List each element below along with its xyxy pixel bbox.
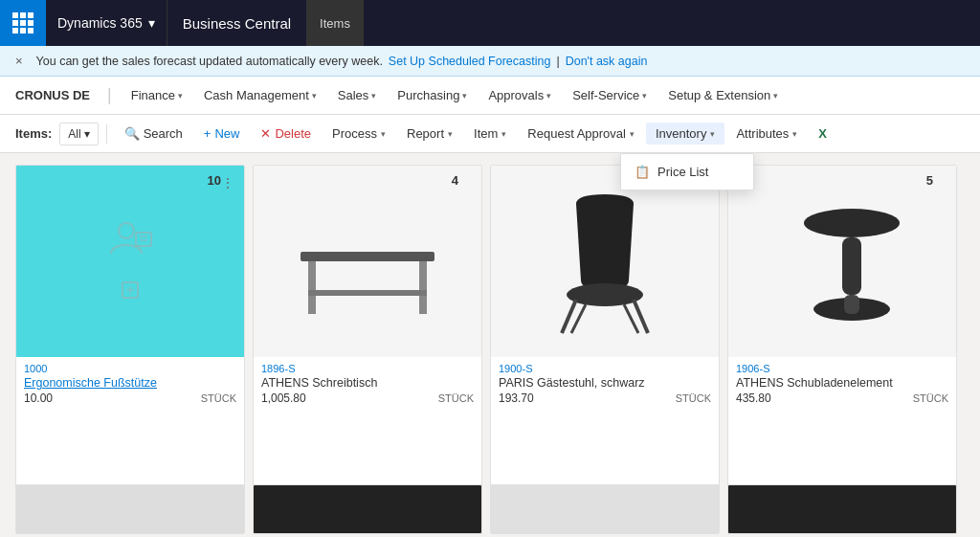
item-unit: STÜCK (676, 392, 711, 404)
item-price: 193.70 (499, 392, 534, 405)
item-price: 1,005.80 (261, 392, 306, 405)
svg-rect-1 (136, 233, 151, 246)
chevron-down-icon: ▾ (462, 91, 467, 101)
menu-self-service[interactable]: Self-Service ▾ (563, 82, 657, 108)
chevron-down-icon: ▾ (630, 129, 635, 139)
inventory-dropdown: 📋 Price List (620, 153, 754, 190)
chevron-down-icon: ▾ (312, 91, 317, 101)
item-code: 1000 (24, 363, 236, 374)
svg-point-14 (804, 209, 900, 237)
item-image (491, 166, 719, 357)
list-item[interactable] (727, 484, 957, 534)
filter-label: All (68, 127, 80, 141)
list-item[interactable] (15, 484, 245, 534)
item-unit: STÜCK (913, 392, 948, 404)
svg-rect-8 (308, 290, 427, 296)
item-name: PARIS Gästestuhl, schwarz (499, 376, 711, 390)
notif-close[interactable]: × (15, 54, 23, 68)
chevron-down-icon: ▾ (546, 91, 551, 101)
chevron-down-icon: ▾ (773, 91, 778, 101)
item-qty: 5 (926, 173, 933, 188)
more-options-icon[interactable]: ⋮ (217, 173, 238, 192)
dynamics-label: Dynamics 365 (57, 15, 143, 31)
menu-sales[interactable]: Sales ▾ (328, 82, 387, 108)
menu-cash-management[interactable]: Cash Management ▾ (194, 82, 326, 108)
pricelist-icon: 📋 (635, 165, 650, 179)
item-code: 1906-S (736, 363, 948, 374)
dynamics-link[interactable]: Dynamics 365 ▾ (46, 0, 167, 46)
items-grid: 1000 Ergonomische Fußstütze 10.00 STÜCK … (0, 153, 980, 534)
svg-rect-17 (844, 295, 859, 314)
menu-approvals[interactable]: Approvals ▾ (479, 82, 561, 108)
menu-separator: | (107, 85, 112, 105)
search-button[interactable]: 🔍 Search (115, 123, 192, 145)
list-item[interactable]: 1896-S ATHENS Schreibtisch 1,005.80 STÜC… (253, 165, 482, 523)
bc-label: Business Central (167, 15, 306, 32)
item-image (728, 166, 956, 357)
item-price: 435.80 (736, 392, 771, 405)
inventory-button[interactable]: Inventory ▾ (646, 123, 724, 145)
svg-rect-7 (419, 261, 427, 314)
excel-button[interactable]: X (809, 123, 836, 145)
chevron-down-icon: ▾ (84, 127, 90, 141)
item-code: 1896-S (261, 363, 474, 374)
toolbar: Items: All ▾ 🔍 Search + New ✕ Delete Pro… (0, 115, 980, 153)
delete-icon: ✕ (260, 126, 271, 141)
item-button[interactable]: Item ▾ (464, 123, 516, 145)
menu-finance[interactable]: Finance ▾ (122, 82, 192, 108)
dynamics-chevron: ▾ (148, 15, 155, 31)
list-item[interactable] (490, 484, 720, 534)
list-item[interactable]: 1000 Ergonomische Fußstütze 10.00 STÜCK … (15, 165, 245, 523)
notif-link-setup[interactable]: Set Up Scheduled Forecasting (389, 55, 551, 68)
item-image (16, 166, 244, 357)
item-unit: STÜCK (201, 392, 236, 404)
list-item[interactable]: 1906-S ATHENS Schubladenelement 435.80 S… (727, 165, 957, 523)
notif-link-noask[interactable]: Don't ask again (566, 55, 648, 68)
toolbar-separator (106, 124, 107, 144)
chevron-down-icon: ▾ (642, 91, 647, 101)
items-label: Items: (15, 126, 52, 141)
plus-icon: + (204, 126, 212, 141)
svg-point-0 (119, 223, 134, 238)
chevron-down-icon: ▾ (381, 129, 386, 139)
chevron-down-icon: ▾ (710, 129, 715, 139)
process-button[interactable]: Process ▾ (323, 123, 395, 145)
excel-icon: X (818, 126, 827, 141)
menu-bar: CRONUS DE | Finance ▾ Cash Management ▾ … (0, 77, 980, 115)
dropdown-item-pricelist[interactable]: 📋 Price List (621, 158, 753, 186)
chevron-down-icon: ▾ (501, 129, 506, 139)
svg-rect-6 (308, 261, 316, 314)
item-name[interactable]: Ergonomische Fußstütze (24, 376, 236, 390)
svg-point-9 (567, 283, 643, 306)
notification-bar: × You can get the sales forecast updated… (0, 46, 980, 77)
item-unit: STÜCK (438, 392, 474, 404)
list-item[interactable] (253, 484, 482, 534)
notif-sep: | (556, 55, 559, 68)
search-icon: 🔍 (124, 126, 140, 141)
new-button[interactable]: + New (194, 123, 250, 145)
chevron-down-icon: ▾ (178, 91, 183, 101)
item-name: ATHENS Schubladenelement (736, 376, 948, 390)
company-name: CRONUS DE (15, 88, 90, 102)
item-price: 10.00 (24, 392, 53, 405)
top-bar: Dynamics 365 ▾ Business Central Items (0, 0, 980, 46)
tab-items[interactable]: Items (306, 0, 364, 46)
waffle-icon[interactable] (0, 0, 46, 46)
list-item[interactable]: 1900-S PARIS Gästestuhl, schwarz 193.70 … (490, 165, 720, 523)
dropdown-item-label: Price List (657, 165, 708, 179)
attributes-button[interactable]: Attributes ▾ (726, 123, 807, 145)
menu-setup-extension[interactable]: Setup & Extension ▾ (658, 82, 788, 108)
request-approval-button[interactable]: Request Approval ▾ (518, 123, 644, 145)
item-name: ATHENS Schreibtisch (261, 376, 474, 390)
delete-button[interactable]: ✕ Delete (251, 123, 321, 145)
item-code: 1900-S (499, 363, 711, 374)
svg-rect-15 (842, 237, 861, 295)
chevron-down-icon: ▾ (448, 129, 453, 139)
chevron-down-icon: ▾ (371, 91, 376, 101)
filter-dropdown[interactable]: All ▾ (59, 123, 98, 145)
menu-purchasing[interactable]: Purchasing ▾ (388, 82, 477, 108)
report-button[interactable]: Report ▾ (397, 123, 462, 145)
notif-message: You can get the sales forecast updated a… (36, 55, 383, 68)
item-qty: 4 (452, 173, 458, 188)
svg-rect-5 (301, 252, 434, 261)
